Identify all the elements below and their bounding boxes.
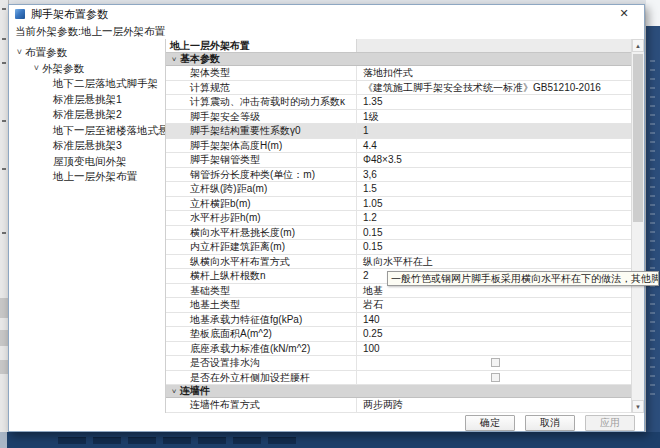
- property-row[interactable]: 水平杆步距h(m)1.2: [166, 211, 631, 226]
- scrollbar-up-icon[interactable]: ▲: [632, 39, 644, 52]
- property-value[interactable]: 0.25: [356, 327, 631, 341]
- taskbar-item[interactable]: [268, 437, 296, 444]
- tree-leaf-item[interactable]: 标准层悬挑架3: [9, 138, 165, 154]
- grid-sections: ˅基本参数架体类型落地扣件式计算规范《建筑施工脚手架安全技术统一标准》GB512…: [166, 53, 631, 413]
- property-label: 内立杆距建筑距离(m): [166, 240, 356, 254]
- property-row[interactable]: 立杆横距b(m)1.05: [166, 197, 631, 212]
- property-value[interactable]: 1.2: [356, 211, 631, 225]
- taskbar-corner: [0, 432, 7, 448]
- property-value[interactable]: 纵向水平杆在上: [356, 255, 631, 269]
- ok-button[interactable]: 确定: [465, 415, 515, 431]
- vertical-scrollbar[interactable]: ▲ ▼: [631, 39, 644, 413]
- property-value[interactable]: 两步两跨: [356, 398, 631, 412]
- property-label: 垫板底面积A(m^2): [166, 327, 356, 341]
- taskbar-item[interactable]: [128, 437, 156, 444]
- property-label: 底座承载力标准值(kN/m^2): [166, 342, 356, 356]
- tree-leaf-item[interactable]: 地下二层落地式脚手架: [9, 76, 165, 92]
- property-row[interactable]: 内立杆距建筑距离(m)0.15: [166, 240, 631, 255]
- property-value[interactable]: 3,6: [356, 168, 631, 182]
- section-header[interactable]: ˅基本参数: [166, 53, 631, 66]
- property-row[interactable]: 计算规范《建筑施工脚手架安全技术统一标准》GB51210-2016: [166, 81, 631, 96]
- property-label: 横向水平杆悬挑长度(m): [166, 226, 356, 240]
- dialog-titlebar[interactable]: 脚手架布置参数 ✕: [9, 5, 644, 23]
- chevron-down-icon[interactable]: ˅: [31, 61, 42, 77]
- checkbox[interactable]: [491, 358, 500, 367]
- property-row[interactable]: 纵横向水平杆布置方式纵向水平杆在上: [166, 255, 631, 270]
- tree-leaf-item[interactable]: 标准层悬挑架1: [9, 92, 165, 108]
- scrollbar-down-icon[interactable]: ▼: [632, 400, 644, 413]
- property-row[interactable]: 脚手架架体高度H(m)4.4: [166, 139, 631, 154]
- property-row[interactable]: 立杆纵(跨)距a(m)1.5: [166, 182, 631, 197]
- taskbar-item[interactable]: [198, 437, 226, 444]
- property-row[interactable]: 计算震动、冲击荷载时的动力系数κ1.35: [166, 95, 631, 110]
- property-row[interactable]: 架体类型落地扣件式: [166, 66, 631, 81]
- property-value[interactable]: Φ48×3.5: [356, 153, 631, 167]
- tree-node-label[interactable]: 外架参数: [42, 61, 84, 77]
- tree-leaf-item[interactable]: 标准层悬挑架2: [9, 107, 165, 123]
- property-row[interactable]: 脚手架钢管类型Φ48×3.5: [166, 153, 631, 168]
- property-value[interactable]: [356, 356, 631, 370]
- cancel-button[interactable]: 取消: [525, 415, 575, 431]
- tree-node-layout-params[interactable]: ˅ 布置参数: [9, 45, 165, 61]
- property-value[interactable]: 4.4: [356, 139, 631, 153]
- taskbar-item[interactable]: [58, 437, 86, 444]
- property-value[interactable]: 《建筑施工脚手架安全技术统一标准》GB51210-2016: [356, 81, 631, 95]
- tree-leaf-item[interactable]: 地下一层至裙楼落地式悬挑架: [9, 123, 165, 139]
- property-row[interactable]: 垫板底面积A(m^2)0.25: [166, 327, 631, 342]
- property-value[interactable]: [356, 371, 631, 385]
- taskbar-item[interactable]: [93, 437, 121, 444]
- property-label: 计算震动、冲击荷载时的动力系数κ: [166, 95, 356, 109]
- property-label: 地基土类型: [166, 298, 356, 312]
- property-row[interactable]: 连墙件布置方式两步两跨: [166, 398, 631, 413]
- taskbar[interactable]: [0, 432, 660, 448]
- tree-node-outer-frame-params[interactable]: ˅ 外架参数: [9, 61, 165, 77]
- property-label: 架体类型: [166, 66, 356, 80]
- property-row[interactable]: 脚手架安全等级1级: [166, 110, 631, 125]
- tree-leaf-item[interactable]: 地上一层外架布置: [9, 169, 165, 185]
- property-label: 连墙件布置方式: [166, 398, 356, 412]
- checkbox[interactable]: [491, 373, 500, 382]
- chevron-down-icon[interactable]: ˅: [168, 387, 180, 396]
- property-value[interactable]: 140: [356, 313, 631, 327]
- chevron-down-icon[interactable]: ˅: [168, 55, 180, 64]
- property-value[interactable]: 1: [356, 124, 631, 138]
- property-row[interactable]: 地基承载力特征值fg(kPa)140: [166, 313, 631, 328]
- property-row[interactable]: 脚手架结构重要性系数γ01: [166, 124, 631, 139]
- property-value[interactable]: 1.05: [356, 197, 631, 211]
- section-label: 基本参数: [180, 52, 220, 66]
- property-row[interactable]: 是否在外立杆侧加设拦腰杆: [166, 371, 631, 386]
- property-value[interactable]: 岩石: [356, 298, 631, 312]
- apply-button[interactable]: 应用: [585, 415, 635, 431]
- property-row[interactable]: 底座承载力标准值(kN/m^2)100: [166, 342, 631, 357]
- property-label: 脚手架架体高度H(m): [166, 139, 356, 153]
- property-label: 钢管拆分长度种类(单位：m): [166, 168, 356, 182]
- chevron-down-icon[interactable]: ˅: [14, 45, 25, 61]
- property-label: 立杆横距b(m): [166, 197, 356, 211]
- dialog-body: ˅ 布置参数 ˅ 外架参数 地下二层落地式脚手架标准层悬挑架1标准层悬挑架2地下…: [9, 39, 644, 413]
- dialog-footer: 确定 取消 应用: [9, 413, 644, 433]
- scrollbar-thumb[interactable]: [633, 54, 643, 222]
- section-header[interactable]: ˅连墙件: [166, 385, 631, 398]
- property-value[interactable]: 100: [356, 342, 631, 356]
- tree-node-label[interactable]: 布置参数: [25, 45, 67, 61]
- taskbar-item[interactable]: [163, 437, 191, 444]
- property-value[interactable]: 1级: [356, 110, 631, 124]
- property-value[interactable]: 0.15: [356, 240, 631, 254]
- background-app-right-strip: [646, 0, 660, 432]
- property-row[interactable]: 地基土类型岩石: [166, 298, 631, 313]
- tree-leaf-item[interactable]: 屋顶变电间外架: [9, 154, 165, 170]
- taskbar-item[interactable]: [233, 437, 261, 444]
- property-value[interactable]: 1.5: [356, 182, 631, 196]
- property-value[interactable]: 0.15: [356, 226, 631, 240]
- tree-leaf-list: 地下二层落地式脚手架标准层悬挑架1标准层悬挑架2地下一层至裙楼落地式悬挑架标准层…: [9, 76, 165, 185]
- property-label: 水平杆步距h(m): [166, 211, 356, 225]
- property-value[interactable]: 1.35: [356, 95, 631, 109]
- property-row[interactable]: 是否设置排水沟: [166, 356, 631, 371]
- dialog-title: 脚手架布置参数: [31, 7, 108, 22]
- close-icon[interactable]: ✕: [616, 6, 632, 21]
- property-row[interactable]: 横向水平杆悬挑长度(m)0.15: [166, 226, 631, 241]
- property-value[interactable]: 落地扣件式: [356, 66, 631, 80]
- property-label: 是否在外立杆侧加设拦腰杆: [166, 371, 356, 385]
- property-row[interactable]: 钢管拆分长度种类(单位：m)3,6: [166, 168, 631, 183]
- property-label: 地基承载力特征值fg(kPa): [166, 313, 356, 327]
